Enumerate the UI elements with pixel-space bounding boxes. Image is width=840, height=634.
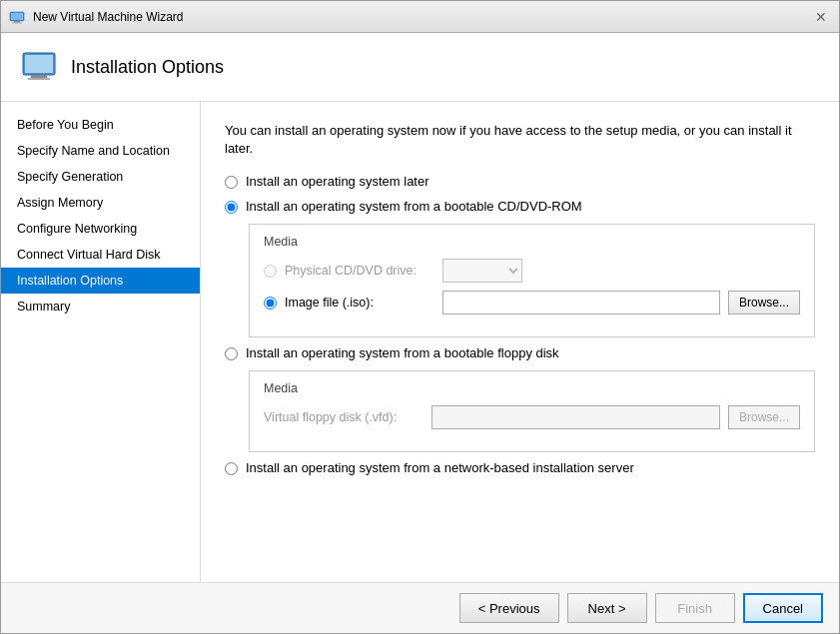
svg-rect-1 [11,13,23,20]
sidebar-item-configure-networking[interactable]: Configure Networking [1,216,200,242]
next-button[interactable]: Next > [567,593,647,623]
image-file-label: Image file (.iso): [285,296,434,310]
network-install-radio[interactable] [225,462,238,475]
svg-rect-5 [25,55,53,73]
intro-text: You can install an operating system now … [225,122,815,158]
page-title: Installation Options [71,57,224,78]
install-later-radio[interactable] [225,176,238,189]
sidebar-item-generation[interactable]: Specify Generation [1,164,200,190]
physical-dvd-label: Physical CD/DVD drive: [285,264,434,278]
titlebar: New Virtual Machine Wizard ✕ [1,1,839,33]
floppy-disk-label: Virtual floppy disk (.vfd): [264,410,423,424]
physical-dvd-select[interactable] [442,259,522,283]
titlebar-vm-icon [9,9,25,25]
bootable-dvd-label[interactable]: Install an operating system from a boota… [246,199,582,214]
option-bootable-dvd: Install an operating system from a boota… [225,199,815,214]
physical-cdvd-row: Physical CD/DVD drive: [264,259,800,283]
titlebar-left: New Virtual Machine Wizard [9,9,184,25]
floppy-disk-input[interactable] [431,405,720,429]
virtual-machine-wizard-window: New Virtual Machine Wizard ✕ Installatio… [0,0,840,634]
option-install-later: Install an operating system later [225,174,815,189]
cancel-button[interactable]: Cancel [743,593,823,623]
floppy-disk-row: Virtual floppy disk (.vfd): Browse... [264,405,800,429]
finish-button[interactable]: Finish [655,593,735,623]
cdvd-media-label: Media [264,235,800,249]
close-button[interactable]: ✕ [811,7,831,27]
floppy-browse-button[interactable]: Browse... [728,405,800,429]
sidebar-item-installation-options[interactable]: Installation Options [1,268,200,294]
network-install-label[interactable]: Install an operating system from a netwo… [246,460,634,475]
svg-rect-2 [14,21,20,23]
bootable-floppy-label[interactable]: Install an operating system from a boota… [246,345,559,360]
image-file-input[interactable] [442,291,720,315]
sidebar-item-assign-memory[interactable]: Assign Memory [1,190,200,216]
sidebar-item-before-you-begin[interactable]: Before You Begin [1,112,200,138]
window-title: New Virtual Machine Wizard [33,10,184,24]
sidebar-item-summary[interactable]: Summary [1,294,200,319]
footer: < Previous Next > Finish Cancel [1,582,839,633]
header-monitor-icon [21,49,57,85]
option-bootable-floppy: Install an operating system from a boota… [225,345,815,360]
physical-dvd-radio[interactable] [264,265,277,278]
previous-button[interactable]: < Previous [459,593,559,623]
cdvd-media-group: Media Physical CD/DVD drive: Image file … [249,224,815,337]
option-network-install: Install an operating system from a netwo… [225,460,815,475]
sidebar-item-connect-vhd[interactable]: Connect Virtual Hard Disk [1,242,200,268]
main-area: Before You Begin Specify Name and Locati… [1,102,839,582]
content-panel: You can install an operating system now … [201,102,839,582]
floppy-media-label: Media [264,381,800,395]
bootable-dvd-radio[interactable] [225,201,238,214]
svg-rect-6 [31,75,47,78]
image-browse-button[interactable]: Browse... [728,291,800,315]
install-later-label[interactable]: Install an operating system later [246,174,429,189]
image-file-radio[interactable] [264,297,277,310]
sidebar: Before You Begin Specify Name and Locati… [1,102,201,582]
image-file-row: Image file (.iso): Browse... [264,291,800,315]
page-header: Installation Options [1,33,839,102]
bootable-floppy-radio[interactable] [225,347,238,360]
svg-rect-7 [28,78,50,80]
sidebar-item-name-location[interactable]: Specify Name and Location [1,138,200,164]
svg-rect-3 [12,22,22,23]
floppy-media-group: Media Virtual floppy disk (.vfd): Browse… [249,370,815,452]
